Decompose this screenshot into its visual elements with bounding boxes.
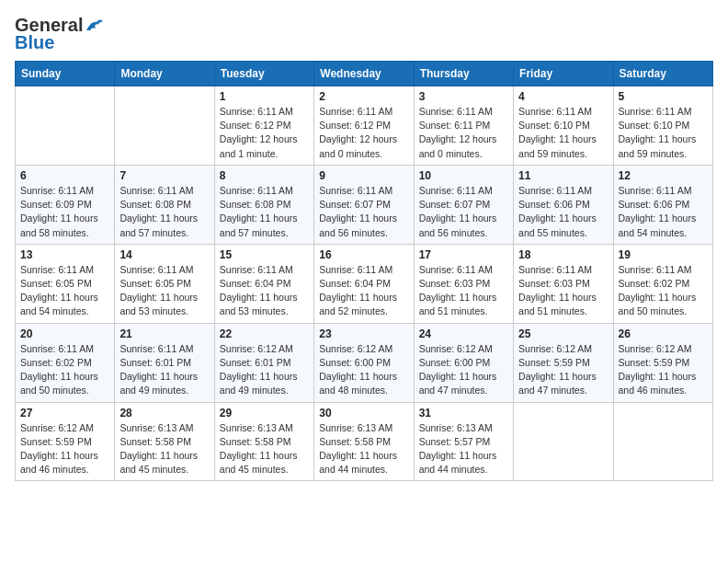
- calendar-cell: 17Sunrise: 6:11 AMSunset: 6:03 PMDayligh…: [414, 244, 513, 323]
- day-info: Sunrise: 6:11 AMSunset: 6:12 PMDaylight:…: [220, 105, 309, 161]
- day-info: Sunrise: 6:12 AMSunset: 5:59 PMDaylight:…: [20, 421, 109, 477]
- calendar-cell: 10Sunrise: 6:11 AMSunset: 6:07 PMDayligh…: [414, 165, 513, 244]
- calendar-cell: [514, 402, 613, 481]
- day-number: 9: [319, 169, 408, 182]
- day-number: 3: [419, 90, 508, 103]
- day-info: Sunrise: 6:11 AMSunset: 6:07 PMDaylight:…: [419, 184, 508, 240]
- day-number: 15: [220, 248, 309, 261]
- day-info: Sunrise: 6:11 AMSunset: 6:01 PMDaylight:…: [119, 342, 209, 398]
- calendar-header-sunday: Sunday: [16, 62, 115, 86]
- day-number: 8: [220, 169, 309, 182]
- day-info: Sunrise: 6:11 AMSunset: 6:05 PMDaylight:…: [119, 263, 209, 319]
- calendar-cell: 7Sunrise: 6:11 AMSunset: 6:08 PMDaylight…: [115, 165, 214, 244]
- day-number: 30: [319, 407, 408, 419]
- day-info: Sunrise: 6:11 AMSunset: 6:04 PMDaylight:…: [220, 263, 309, 319]
- calendar-cell: 26Sunrise: 6:12 AMSunset: 5:59 PMDayligh…: [613, 323, 712, 402]
- calendar-cell: 29Sunrise: 6:13 AMSunset: 5:58 PMDayligh…: [214, 402, 313, 481]
- day-info: Sunrise: 6:11 AMSunset: 6:09 PMDaylight:…: [20, 184, 109, 240]
- day-info: Sunrise: 6:13 AMSunset: 5:57 PMDaylight:…: [419, 421, 508, 477]
- calendar-week-3: 13Sunrise: 6:11 AMSunset: 6:05 PMDayligh…: [16, 244, 713, 323]
- calendar-cell: 31Sunrise: 6:13 AMSunset: 5:57 PMDayligh…: [414, 402, 513, 481]
- day-info: Sunrise: 6:11 AMSunset: 6:03 PMDaylight:…: [419, 263, 508, 319]
- page-header: General Blue: [15, 15, 713, 53]
- day-number: 13: [20, 248, 109, 261]
- logo-blue: Blue: [15, 32, 54, 53]
- calendar-body: 1Sunrise: 6:11 AMSunset: 6:12 PMDaylight…: [16, 86, 713, 481]
- day-number: 10: [419, 169, 508, 182]
- day-number: 7: [119, 169, 209, 182]
- calendar-cell: 5Sunrise: 6:11 AMSunset: 6:10 PMDaylight…: [613, 86, 712, 166]
- calendar-cell: 24Sunrise: 6:12 AMSunset: 6:00 PMDayligh…: [414, 323, 513, 402]
- calendar-cell: 28Sunrise: 6:13 AMSunset: 5:58 PMDayligh…: [115, 402, 214, 481]
- day-number: 6: [20, 169, 109, 182]
- calendar-cell: 21Sunrise: 6:11 AMSunset: 6:01 PMDayligh…: [115, 323, 214, 402]
- day-number: 21: [119, 327, 209, 340]
- calendar-week-4: 20Sunrise: 6:11 AMSunset: 6:02 PMDayligh…: [16, 323, 713, 402]
- day-info: Sunrise: 6:12 AMSunset: 6:01 PMDaylight:…: [220, 342, 309, 398]
- day-number: 2: [319, 90, 408, 103]
- calendar-cell: [613, 402, 712, 481]
- calendar-header-row: SundayMondayTuesdayWednesdayThursdayFrid…: [16, 62, 713, 86]
- day-number: 23: [319, 327, 408, 340]
- day-number: 22: [220, 327, 309, 340]
- day-info: Sunrise: 6:11 AMSunset: 6:03 PMDaylight:…: [518, 263, 608, 319]
- day-info: Sunrise: 6:11 AMSunset: 6:11 PMDaylight:…: [419, 105, 508, 161]
- day-number: 18: [518, 248, 608, 261]
- day-number: 4: [518, 90, 608, 103]
- calendar-table: SundayMondayTuesdayWednesdayThursdayFrid…: [15, 61, 713, 481]
- calendar-cell: 18Sunrise: 6:11 AMSunset: 6:03 PMDayligh…: [514, 244, 613, 323]
- calendar-header-tuesday: Tuesday: [214, 62, 313, 86]
- calendar-week-1: 1Sunrise: 6:11 AMSunset: 6:12 PMDaylight…: [16, 86, 713, 166]
- calendar-cell: 12Sunrise: 6:11 AMSunset: 6:06 PMDayligh…: [613, 165, 712, 244]
- day-info: Sunrise: 6:11 AMSunset: 6:07 PMDaylight:…: [319, 184, 408, 240]
- day-number: 17: [419, 248, 508, 261]
- day-info: Sunrise: 6:11 AMSunset: 6:06 PMDaylight:…: [619, 184, 708, 240]
- day-info: Sunrise: 6:11 AMSunset: 6:10 PMDaylight:…: [619, 105, 708, 161]
- day-number: 12: [619, 169, 708, 182]
- calendar-cell: 2Sunrise: 6:11 AMSunset: 6:12 PMDaylight…: [314, 86, 414, 166]
- day-info: Sunrise: 6:11 AMSunset: 6:05 PMDaylight:…: [20, 263, 109, 319]
- calendar-cell: 15Sunrise: 6:11 AMSunset: 6:04 PMDayligh…: [214, 244, 313, 323]
- calendar-cell: 25Sunrise: 6:12 AMSunset: 5:59 PMDayligh…: [514, 323, 613, 402]
- day-info: Sunrise: 6:11 AMSunset: 6:02 PMDaylight:…: [619, 263, 708, 319]
- day-number: 20: [20, 327, 109, 340]
- calendar-week-5: 27Sunrise: 6:12 AMSunset: 5:59 PMDayligh…: [16, 402, 713, 481]
- day-number: 25: [518, 327, 608, 340]
- day-info: Sunrise: 6:13 AMSunset: 5:58 PMDaylight:…: [220, 421, 309, 477]
- day-info: Sunrise: 6:11 AMSunset: 6:08 PMDaylight:…: [220, 184, 309, 240]
- day-info: Sunrise: 6:11 AMSunset: 6:10 PMDaylight:…: [518, 105, 608, 161]
- calendar-cell: 11Sunrise: 6:11 AMSunset: 6:06 PMDayligh…: [514, 165, 613, 244]
- calendar-cell: 20Sunrise: 6:11 AMSunset: 6:02 PMDayligh…: [16, 323, 115, 402]
- day-number: 24: [419, 327, 508, 340]
- calendar-cell: 8Sunrise: 6:11 AMSunset: 6:08 PMDaylight…: [214, 165, 313, 244]
- day-number: 31: [419, 407, 508, 419]
- calendar-header-friday: Friday: [514, 62, 613, 86]
- day-number: 28: [119, 407, 209, 419]
- calendar-cell: 23Sunrise: 6:12 AMSunset: 6:00 PMDayligh…: [314, 323, 414, 402]
- day-number: 1: [220, 90, 309, 103]
- logo-bird-icon: [85, 17, 105, 34]
- calendar-header-thursday: Thursday: [414, 62, 513, 86]
- calendar-cell: 4Sunrise: 6:11 AMSunset: 6:10 PMDaylight…: [514, 86, 613, 166]
- day-info: Sunrise: 6:11 AMSunset: 6:04 PMDaylight:…: [319, 263, 408, 319]
- day-info: Sunrise: 6:11 AMSunset: 6:12 PMDaylight:…: [319, 105, 408, 161]
- calendar-cell: 9Sunrise: 6:11 AMSunset: 6:07 PMDaylight…: [314, 165, 414, 244]
- calendar-cell: 30Sunrise: 6:13 AMSunset: 5:58 PMDayligh…: [314, 402, 414, 481]
- calendar-cell: 3Sunrise: 6:11 AMSunset: 6:11 PMDaylight…: [414, 86, 513, 166]
- day-number: 29: [220, 407, 309, 419]
- calendar-header-saturday: Saturday: [613, 62, 712, 86]
- calendar-header-wednesday: Wednesday: [314, 62, 414, 86]
- calendar-cell: 14Sunrise: 6:11 AMSunset: 6:05 PMDayligh…: [115, 244, 214, 323]
- calendar-week-2: 6Sunrise: 6:11 AMSunset: 6:09 PMDaylight…: [16, 165, 713, 244]
- day-number: 14: [119, 248, 209, 261]
- day-info: Sunrise: 6:12 AMSunset: 6:00 PMDaylight:…: [419, 342, 508, 398]
- logo: General Blue: [15, 15, 105, 53]
- day-info: Sunrise: 6:13 AMSunset: 5:58 PMDaylight:…: [319, 421, 408, 477]
- calendar-header-monday: Monday: [115, 62, 214, 86]
- day-info: Sunrise: 6:11 AMSunset: 6:06 PMDaylight:…: [518, 184, 608, 240]
- calendar-cell: [16, 86, 115, 166]
- day-info: Sunrise: 6:12 AMSunset: 5:59 PMDaylight:…: [619, 342, 708, 398]
- calendar-cell: 22Sunrise: 6:12 AMSunset: 6:01 PMDayligh…: [214, 323, 313, 402]
- calendar-cell: 13Sunrise: 6:11 AMSunset: 6:05 PMDayligh…: [16, 244, 115, 323]
- day-info: Sunrise: 6:11 AMSunset: 6:08 PMDaylight:…: [119, 184, 209, 240]
